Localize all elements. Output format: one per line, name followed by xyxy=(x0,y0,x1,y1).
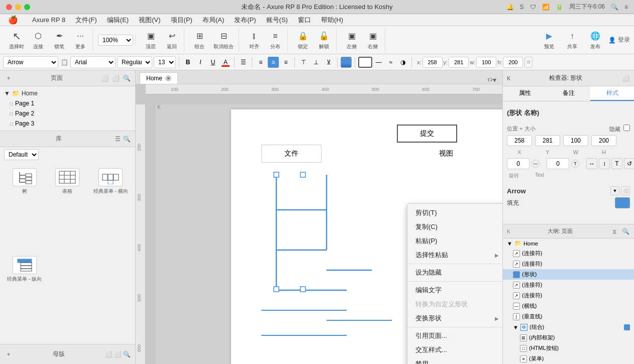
fill-color-button[interactable] xyxy=(341,57,352,68)
border-color-button[interactable] xyxy=(358,57,372,68)
h-prop-input[interactable] xyxy=(591,135,616,146)
menu-file[interactable]: 文件(F) xyxy=(71,15,101,26)
font-style-select[interactable]: Regular xyxy=(117,56,152,68)
outline-filter-button[interactable]: ⧖ xyxy=(610,227,619,236)
inspector-tab-properties[interactable]: 属性 xyxy=(503,86,547,101)
font-color-button[interactable]: A xyxy=(220,57,231,68)
group-button[interactable]: ⊞ 组合 xyxy=(189,28,209,52)
library-menu-button[interactable]: ☰ xyxy=(113,135,122,144)
format-style-icon[interactable]: 📋 xyxy=(60,58,69,67)
preview-button[interactable]: ▶ 预览 xyxy=(539,28,559,52)
home-folder[interactable]: ▼ 📁 Home xyxy=(0,88,135,98)
table-widget[interactable]: 表格 xyxy=(47,166,88,252)
lock-button[interactable]: 🔒 锁定 xyxy=(293,28,313,52)
ctx-selective-paste[interactable]: 选择性粘贴 ▶ xyxy=(407,248,502,262)
outline-connector3[interactable]: ↗ (连接符) xyxy=(503,280,634,290)
valign-center-button[interactable]: ⊥ xyxy=(310,57,322,68)
connect-tool-button[interactable]: ⬡ 连接 xyxy=(28,28,48,52)
outline-form[interactable]: ≡ (菜单) xyxy=(503,353,634,364)
outline-vline[interactable]: | (垂直线) xyxy=(503,311,634,322)
master-search-button[interactable]: 🔍 xyxy=(122,350,131,359)
page2-item[interactable]: □ Page 2 xyxy=(0,108,135,118)
y-prop-input[interactable] xyxy=(535,135,560,146)
outline-connector2[interactable]: ↗ (连接符) xyxy=(503,259,634,269)
x-prop-input[interactable] xyxy=(507,135,532,146)
text-rotate-button[interactable]: ↺ xyxy=(624,158,634,169)
menu-layout[interactable]: 布局(A) xyxy=(198,15,228,26)
align-button[interactable]: ⫿ 对齐 xyxy=(244,28,264,52)
menu-icon[interactable]: ≡ xyxy=(624,4,628,11)
text-rotation-indicator[interactable]: T xyxy=(571,160,579,168)
flip-h-button[interactable]: ↔ xyxy=(586,158,597,169)
master-add-button[interactable]: ⬜ xyxy=(104,350,113,359)
inspector-menu-button[interactable]: ⬜ xyxy=(621,74,630,83)
pen-tool-button[interactable]: ✒ 锁笔 xyxy=(49,28,69,52)
ctx-hide[interactable]: 设为隐藏 xyxy=(407,266,502,280)
view-nav-item[interactable]: 视图 xyxy=(416,145,476,163)
style-options-button[interactable]: ⬜ xyxy=(621,186,630,195)
publish-button[interactable]: 🌐 发布 xyxy=(585,28,605,52)
menu-edit[interactable]: 编辑(E) xyxy=(103,15,133,26)
toplevel-button[interactable]: ▣ 顶层 xyxy=(141,28,161,52)
ctx-copy[interactable]: 复制(C) xyxy=(407,220,502,234)
menu-axure[interactable]: Axure RP 8 xyxy=(28,15,69,25)
outline-connector1[interactable]: ↗ (连接符) xyxy=(503,248,634,259)
pages-search-button[interactable]: 🔍 xyxy=(122,74,131,83)
border-style-button[interactable]: — xyxy=(373,57,384,68)
page3-item[interactable]: □ Page 3 xyxy=(0,118,135,129)
w-prop-input[interactable] xyxy=(563,135,588,146)
ctx-interaction[interactable]: 交互样式... xyxy=(407,343,502,357)
outline-group[interactable]: ▼ G (组合) xyxy=(503,322,634,332)
maximize-button[interactable] xyxy=(24,4,30,10)
tree-widget[interactable]: 树 xyxy=(4,166,45,252)
vmenu-widget[interactable]: 经典菜单 - 纵向 xyxy=(4,254,45,340)
right-panel-button[interactable]: ▣ 右侧 xyxy=(363,28,383,52)
rotation-dial[interactable] xyxy=(532,160,540,168)
pages-add-button[interactable]: + xyxy=(4,74,13,83)
library-search-button[interactable]: 🔍 xyxy=(122,135,131,144)
left-panel-button[interactable]: ▣ 左侧 xyxy=(342,28,362,52)
valign-bottom-button[interactable]: ⊻ xyxy=(323,57,334,68)
x-input[interactable] xyxy=(422,57,443,68)
master-expand-button[interactable]: + xyxy=(4,350,13,359)
menu-project[interactable]: 项目(P) xyxy=(167,15,196,26)
menu-window[interactable]: 窗口 xyxy=(294,15,315,26)
valign-top-button[interactable]: ⊤ xyxy=(298,57,309,68)
list-button[interactable]: ☰ xyxy=(238,57,249,68)
rotation-input[interactable] xyxy=(507,158,530,169)
line-style-button[interactable]: ≈ xyxy=(385,57,396,68)
ctx-transform[interactable]: 变换形状 ▶ xyxy=(407,311,502,325)
font-size-select[interactable]: 13 xyxy=(154,56,176,68)
close-button[interactable] xyxy=(6,4,12,10)
more-tools-button[interactable]: ⋯ 更多 xyxy=(70,28,90,52)
outline-search-button[interactable]: 🔍 xyxy=(621,227,630,236)
outline-shape[interactable]: (形状) xyxy=(503,269,634,280)
pages-collapse-button[interactable]: ⬜ xyxy=(111,74,120,83)
select-tool-button[interactable]: ↖ 选择时 xyxy=(6,28,27,52)
italic-button[interactable]: I xyxy=(195,57,206,68)
outline-home[interactable]: ▼ 📁 Home xyxy=(503,238,634,248)
style-edit-button[interactable]: ▼ xyxy=(610,186,619,195)
align-left-button[interactable]: ≡ xyxy=(255,57,266,68)
flip-v-button[interactable]: ↕ xyxy=(599,158,610,169)
notification-icon[interactable]: 🔔 xyxy=(506,4,514,11)
outline-inner-frame[interactable]: ⊞ (内部框架) xyxy=(503,332,634,343)
align-right-button[interactable]: ≡ xyxy=(280,57,291,68)
zoom-select[interactable]: 100% 75% 150% xyxy=(98,35,133,46)
search-icon[interactable]: 🔍 xyxy=(611,4,618,11)
w-input[interactable] xyxy=(476,57,496,68)
fill-color-swatch[interactable] xyxy=(615,197,630,208)
text-rotation-input[interactable] xyxy=(547,158,569,169)
ctx-disable[interactable]: 禁用 xyxy=(407,357,502,364)
y-input[interactable] xyxy=(449,57,469,68)
apple-menu[interactable]: 🍎 xyxy=(4,14,22,26)
distribute-button[interactable]: ≡ 分布 xyxy=(265,28,285,52)
ctx-cut[interactable]: 剪切(T) xyxy=(407,206,502,220)
tab-close-button[interactable]: × xyxy=(165,75,171,81)
inspector-tab-style[interactable]: 样式 xyxy=(590,86,634,101)
font-select[interactable]: Arial xyxy=(70,56,116,68)
ctx-edit-text[interactable]: 编辑文字 xyxy=(407,283,502,297)
hidden-checkbox[interactable] xyxy=(623,125,630,131)
home-tab[interactable]: Home × xyxy=(140,72,178,84)
unlock-button[interactable]: 🔓 解锁 xyxy=(314,28,334,52)
